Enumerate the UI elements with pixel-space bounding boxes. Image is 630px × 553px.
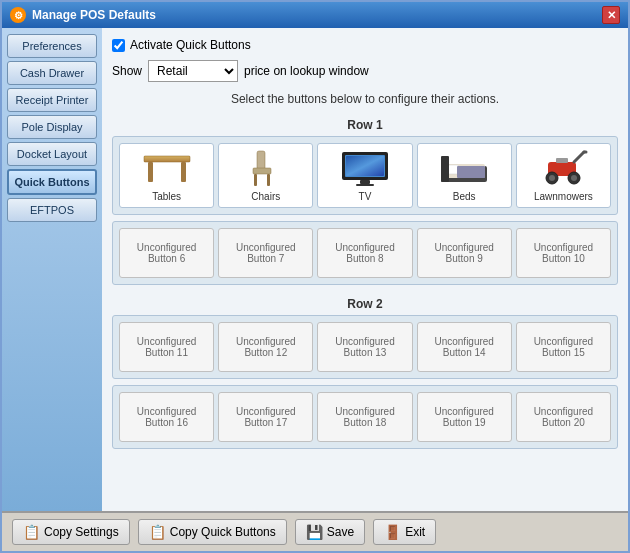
title-bar: ⚙ Manage POS Defaults ✕ xyxy=(2,2,628,28)
unconfigured-btn-20[interactable]: UnconfiguredButton 20 xyxy=(516,392,611,442)
svg-point-22 xyxy=(549,175,555,181)
unconfigured-btn-7[interactable]: UnconfiguredButton 7 xyxy=(218,228,313,278)
show-select[interactable]: Retail Wholesale All xyxy=(148,60,238,82)
main-content: Activate Quick Buttons Show Retail Whole… xyxy=(102,28,628,511)
svg-rect-2 xyxy=(148,162,153,182)
window-title: Manage POS Defaults xyxy=(32,8,156,22)
row1-configured-grid: Tables Ch xyxy=(112,136,618,215)
show-row: Show Retail Wholesale All price on looku… xyxy=(112,60,618,82)
unconfigured-btn-9[interactable]: UnconfiguredButton 9 xyxy=(417,228,512,278)
lawn-icon xyxy=(536,148,590,188)
tv-label: TV xyxy=(359,191,372,203)
svg-rect-17 xyxy=(457,166,485,178)
quick-btn-tv[interactable]: TV xyxy=(317,143,412,208)
copy-settings-button[interactable]: 📋 Copy Settings xyxy=(12,519,130,545)
svg-rect-25 xyxy=(556,158,568,163)
exit-icon: 🚪 xyxy=(384,524,401,540)
copy-settings-label: Copy Settings xyxy=(44,525,119,539)
content-area: Preferences Cash Drawer Receipt Printer … xyxy=(2,28,628,511)
sidebar-item-pole-display[interactable]: Pole Display xyxy=(7,115,97,139)
footer: 📋 Copy Settings 📋 Copy Quick Buttons 💾 S… xyxy=(2,511,628,551)
sidebar: Preferences Cash Drawer Receipt Printer … xyxy=(2,28,102,511)
activate-row: Activate Quick Buttons xyxy=(112,38,618,52)
row1-unconfigured-grid: UnconfiguredButton 6 UnconfiguredButton … xyxy=(112,221,618,285)
svg-rect-12 xyxy=(346,156,384,176)
tv-icon xyxy=(338,148,392,188)
svg-rect-11 xyxy=(356,184,374,186)
unconfigured-btn-13[interactable]: UnconfiguredButton 13 xyxy=(317,322,412,372)
svg-rect-16 xyxy=(441,156,449,182)
quick-btn-chairs[interactable]: Chairs xyxy=(218,143,313,208)
unconfigured-btn-14[interactable]: UnconfiguredButton 14 xyxy=(417,322,512,372)
save-icon: 💾 xyxy=(306,524,323,540)
unconfigured-btn-19[interactable]: UnconfiguredButton 19 xyxy=(417,392,512,442)
svg-rect-7 xyxy=(267,174,270,186)
quick-btn-beds[interactable]: Beds xyxy=(417,143,512,208)
row1-label: Row 1 xyxy=(112,118,618,132)
sidebar-item-preferences[interactable]: Preferences xyxy=(7,34,97,58)
unconfigured-btn-6[interactable]: UnconfiguredButton 6 xyxy=(119,228,214,278)
bed-icon xyxy=(437,148,491,188)
svg-rect-10 xyxy=(360,180,370,184)
exit-label: Exit xyxy=(405,525,425,539)
copy-quick-buttons-icon: 📋 xyxy=(149,524,166,540)
unconfigured-btn-12[interactable]: UnconfiguredButton 12 xyxy=(218,322,313,372)
unconfigured-btn-16[interactable]: UnconfiguredButton 16 xyxy=(119,392,214,442)
sidebar-item-quick-buttons[interactable]: Quick Buttons xyxy=(7,169,97,195)
close-button[interactable]: ✕ xyxy=(602,6,620,24)
unconfigured-btn-11[interactable]: UnconfiguredButton 11 xyxy=(119,322,214,372)
svg-rect-3 xyxy=(181,162,186,182)
exit-button[interactable]: 🚪 Exit xyxy=(373,519,436,545)
activate-checkbox[interactable] xyxy=(112,39,125,52)
unconfigured-btn-18[interactable]: UnconfiguredButton 18 xyxy=(317,392,412,442)
svg-line-19 xyxy=(574,152,584,162)
save-label: Save xyxy=(327,525,354,539)
price-on-label: price on lookup window xyxy=(244,64,369,78)
svg-rect-6 xyxy=(254,174,257,186)
beds-label: Beds xyxy=(453,191,476,203)
copy-quick-buttons-label: Copy Quick Buttons xyxy=(170,525,276,539)
main-window: ⚙ Manage POS Defaults ✕ Preferences Cash… xyxy=(0,0,630,553)
save-button[interactable]: 💾 Save xyxy=(295,519,365,545)
row2b-unconfigured-grid: UnconfiguredButton 16 UnconfiguredButton… xyxy=(112,385,618,449)
sidebar-item-docket-layout[interactable]: Docket Layout xyxy=(7,142,97,166)
chairs-label: Chairs xyxy=(251,191,280,203)
svg-point-24 xyxy=(571,175,577,181)
lawnmowers-label: Lawnmowers xyxy=(534,191,593,203)
quick-btn-lawnmowers[interactable]: Lawnmowers xyxy=(516,143,611,208)
row2a-unconfigured-grid: UnconfiguredButton 11 UnconfiguredButton… xyxy=(112,315,618,379)
activate-label: Activate Quick Buttons xyxy=(130,38,251,52)
chair-icon xyxy=(239,148,293,188)
instructions-text: Select the buttons below to configure th… xyxy=(112,92,618,106)
unconfigured-btn-17[interactable]: UnconfiguredButton 17 xyxy=(218,392,313,442)
tables-label: Tables xyxy=(152,191,181,203)
copy-settings-icon: 📋 xyxy=(23,524,40,540)
copy-quick-buttons-button[interactable]: 📋 Copy Quick Buttons xyxy=(138,519,287,545)
unconfigured-btn-15[interactable]: UnconfiguredButton 15 xyxy=(516,322,611,372)
svg-rect-1 xyxy=(144,156,190,162)
svg-rect-5 xyxy=(253,168,271,174)
sidebar-item-eftpos[interactable]: EFTPOS xyxy=(7,198,97,222)
table-icon xyxy=(140,148,194,188)
row2-label: Row 2 xyxy=(112,297,618,311)
app-icon: ⚙ xyxy=(10,7,26,23)
sidebar-item-receipt-printer[interactable]: Receipt Printer xyxy=(7,88,97,112)
sidebar-item-cash-drawer[interactable]: Cash Drawer xyxy=(7,61,97,85)
show-label: Show xyxy=(112,64,142,78)
quick-btn-tables[interactable]: Tables xyxy=(119,143,214,208)
unconfigured-btn-10[interactable]: UnconfiguredButton 10 xyxy=(516,228,611,278)
unconfigured-btn-8[interactable]: UnconfiguredButton 8 xyxy=(317,228,412,278)
